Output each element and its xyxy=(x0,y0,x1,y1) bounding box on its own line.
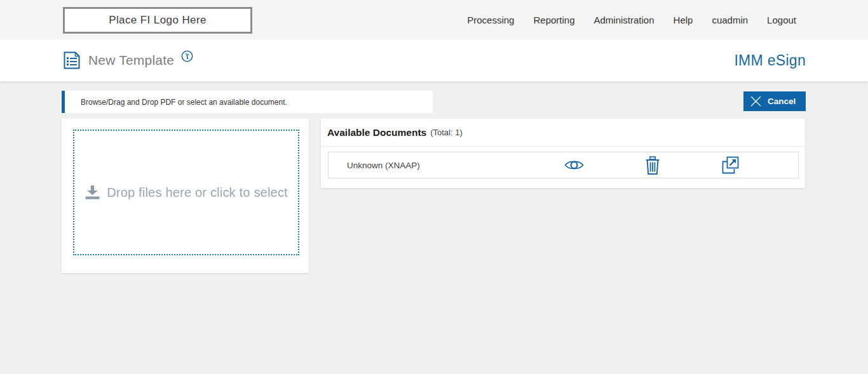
instruction-message-text: Browse/Drag and Drop PDF or select an av… xyxy=(81,98,287,107)
eye-icon xyxy=(564,159,584,171)
info-circle-icon[interactable] xyxy=(181,50,193,62)
nav-item-help[interactable]: Help xyxy=(674,15,693,25)
nav-item-user-cuadmin[interactable]: cuadmin xyxy=(712,15,748,25)
template-document-icon xyxy=(64,51,80,69)
main-nav: Processing Reporting Administration Help… xyxy=(467,0,796,39)
available-documents-card: Available Documents (Total: 1) Unknown (… xyxy=(321,119,805,188)
available-documents-total: (Total: 1) xyxy=(430,128,463,137)
document-name: Unknown (XNAAP) xyxy=(329,161,535,170)
page-header-left: New Template xyxy=(64,39,193,81)
page-header: New Template IMM eSign xyxy=(0,39,868,81)
dropzone-label: Drop files here or click to select xyxy=(107,185,288,200)
external-link-icon xyxy=(722,156,739,174)
cancel-button-label: Cancel xyxy=(768,97,796,106)
document-actions xyxy=(535,156,770,175)
page-title: New Template xyxy=(88,53,174,68)
cancel-button[interactable]: Cancel xyxy=(743,91,806,111)
upload-card: Drop files here or click to select xyxy=(62,119,309,273)
available-documents-title: Available Documents xyxy=(327,127,426,138)
x-icon xyxy=(750,95,762,107)
fi-logo-placeholder[interactable]: Place FI Logo Here xyxy=(63,7,252,34)
available-documents-header: Available Documents (Total: 1) xyxy=(321,119,805,147)
trash-icon xyxy=(646,156,660,175)
nav-item-processing[interactable]: Processing xyxy=(467,15,514,25)
table-row: Unknown (XNAAP) xyxy=(328,152,799,178)
export-document-button[interactable] xyxy=(691,156,770,175)
file-dropzone[interactable]: Drop files here or click to select xyxy=(73,130,299,255)
nav-item-administration[interactable]: Administration xyxy=(594,15,654,25)
delete-document-button[interactable] xyxy=(613,156,691,175)
nav-item-reporting[interactable]: Reporting xyxy=(533,15,574,25)
view-document-button[interactable] xyxy=(535,156,613,175)
fi-logo-text: Place FI Logo Here xyxy=(109,14,207,27)
brand-imm-esign: IMM eSign xyxy=(734,39,806,81)
top-bar: Place FI Logo Here Processing Reporting … xyxy=(0,0,868,39)
download-arrow-icon xyxy=(85,185,100,200)
instruction-message-bar: Browse/Drag and Drop PDF or select an av… xyxy=(62,91,433,113)
nav-item-logout[interactable]: Logout xyxy=(767,15,796,25)
